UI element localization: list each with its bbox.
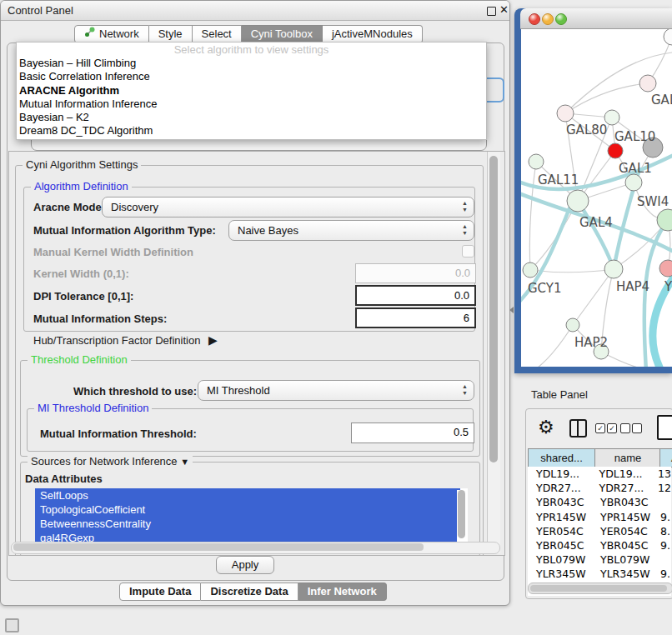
mi-threshold-field[interactable]: 0.5	[351, 422, 474, 443]
attribute-item-selected[interactable]: BetweennessCentrality	[35, 517, 460, 531]
network-node-label: Y	[664, 279, 672, 294]
mi-threshold-label: Mutual Information Threshold:	[40, 428, 197, 440]
network-window-titlebar[interactable]	[520, 8, 672, 29]
attribute-item-selected[interactable]: SelfLoops	[35, 488, 460, 502]
collapse-arrow-icon[interactable]: ▼	[180, 457, 189, 467]
network-node[interactable]	[529, 154, 544, 169]
settings-vertical-scrollbar[interactable]	[487, 152, 500, 553]
data-attributes-label: Data Attributes	[25, 472, 103, 485]
network-node[interactable]	[523, 262, 538, 278]
menu-item[interactable]: Bayesian – K2	[17, 111, 486, 124]
table-panel: ⚙ ✓ ✓ shared... name A YDL19...YDL19...1…	[525, 408, 672, 599]
tab-network-label: Network	[99, 26, 139, 42]
control-panel-window: Control Panel ✕ Network Style Select Cyn…	[0, 0, 510, 606]
column-header-name[interactable]: name	[595, 449, 660, 467]
table-horizontal-scrollbar[interactable]	[528, 582, 672, 594]
mi-steps-field[interactable]: 6	[355, 308, 476, 328]
network-node[interactable]	[604, 260, 623, 278]
manual-kernel-label: Manual Kernel Width Definition	[33, 246, 193, 258]
menu-item-aracne[interactable]: ARACNE Algorithm	[17, 84, 486, 98]
network-node-label: GAL4	[579, 215, 613, 230]
table-row[interactable]: YBR045CYBR045C9.	[528, 538, 671, 552]
split-columns-icon[interactable]	[569, 419, 587, 438]
tab-infer-network[interactable]: Infer Network	[298, 582, 387, 601]
tab-network[interactable]: Network	[74, 25, 149, 43]
group-title: Algorithm Definition	[31, 180, 132, 192]
group-title: Cyni Algorithm Settings	[23, 158, 141, 171]
control-panel-title: Control Panel	[8, 4, 73, 17]
aracne-mode-combo[interactable]: Discovery ▲▼	[102, 197, 474, 218]
tab-jactivemnodules[interactable]: jActiveMNodules	[323, 25, 423, 43]
network-node[interactable]	[557, 105, 574, 122]
network-canvas[interactable]: GALGAL80GAL10GAL1GAL11GAL4SWI4GCY1HAP4YH…	[521, 29, 672, 367]
menu-item[interactable]: Mutual Information Inference	[17, 98, 486, 111]
tab-impute-data[interactable]: Impute Data	[119, 582, 201, 601]
menu-item[interactable]: Basic Correlation Inference	[17, 70, 486, 83]
network-canvas-container[interactable]: GALGAL80GAL10GAL1GAL11GAL4SWI4GCY1HAP4YH…	[521, 29, 672, 367]
minimize-traffic-light-icon[interactable]	[542, 13, 554, 25]
network-node[interactable]	[625, 174, 642, 191]
menu-item[interactable]: Dream8 DC_TDC Algorithm	[17, 124, 486, 138]
data-attributes-list: SelfLoops TopologicalCoefficient Between…	[35, 488, 468, 545]
float-window-icon[interactable]	[487, 7, 496, 16]
table-row[interactable]: YDR27...YDR27...12	[528, 481, 671, 495]
table-panel-title: Table Panel	[531, 388, 588, 401]
manual-kernel-checkbox[interactable]	[462, 245, 474, 258]
aracne-mode-label: Aracne Mode:	[33, 201, 105, 213]
table-row[interactable]: YDL19...YDL19...13	[528, 467, 671, 481]
close-traffic-light-icon[interactable]	[529, 13, 540, 25]
scrollbar-thumb[interactable]	[13, 543, 424, 551]
table-row[interactable]: YBR043CYBR043C	[528, 495, 671, 509]
panel-collapse-arrow-icon[interactable]	[509, 307, 514, 313]
table-row[interactable]: YER054CYER054C8.	[528, 524, 671, 538]
tab-style[interactable]: Style	[149, 25, 193, 43]
network-node-label: GAL1	[619, 161, 652, 176]
tab-select[interactable]: Select	[193, 25, 242, 43]
combo-arrows-icon: ▲▼	[462, 383, 468, 397]
import-table-icon[interactable]	[657, 415, 672, 440]
network-node[interactable]	[566, 318, 579, 332]
which-threshold-combo[interactable]: MI Threshold ▲▼	[198, 380, 474, 401]
settings-horizontal-scrollbar[interactable]	[11, 542, 500, 554]
apply-button[interactable]: Apply	[216, 556, 274, 574]
network-node-label: HAP2	[574, 335, 608, 350]
unchecked-checkbox-icon[interactable]	[632, 423, 642, 433]
minimized-panel-icon[interactable]	[5, 618, 19, 632]
hub-definition-expander[interactable]: Hub/Transcription Factor Definition ▶	[33, 333, 218, 347]
zoom-traffic-light-icon[interactable]	[555, 13, 567, 25]
checked-checkbox-icon[interactable]: ✓	[607, 423, 617, 433]
menu-item[interactable]: Bayesian – Hill Climbing	[17, 57, 486, 70]
column-header-clipped[interactable]: A	[660, 449, 672, 467]
close-icon[interactable]: ✕	[499, 3, 509, 16]
network-node-label: GAL80	[566, 122, 607, 138]
dpi-tolerance-field[interactable]: 0.0	[355, 285, 476, 306]
table-row[interactable]: YBL079WYBL079W	[528, 552, 671, 567]
mi-steps-label: Mutual Information Steps:	[33, 312, 167, 325]
network-node[interactable]	[657, 209, 672, 231]
network-node[interactable]	[639, 75, 656, 92]
scrollbar-thumb[interactable]	[489, 156, 498, 462]
network-node[interactable]	[608, 143, 623, 158]
attribute-item-selected[interactable]: TopologicalCoefficient	[35, 502, 460, 517]
network-node-label: GCY1	[528, 281, 562, 296]
scrollbar-thumb[interactable]	[530, 585, 667, 592]
network-node[interactable]	[664, 29, 672, 45]
unchecked-checkbox-icon[interactable]	[620, 423, 630, 433]
network-node-label: GAL10	[614, 129, 655, 144]
list-scrollbar[interactable]	[457, 490, 466, 542]
tab-discretize-data[interactable]: Discretize Data	[201, 582, 298, 601]
bottom-tabbar: Impute Data Discretize Data Infer Networ…	[119, 582, 387, 601]
gear-icon[interactable]: ⚙	[538, 418, 554, 438]
table-header-row: shared... name A	[528, 448, 672, 468]
network-icon	[84, 26, 95, 42]
mi-algorithm-type-combo[interactable]: Naive Bayes ▲▼	[228, 220, 474, 241]
table-body: YDL19...YDL19...13 YDR27...YDR27...12 YB…	[528, 467, 671, 596]
checked-checkbox-icon[interactable]: ✓	[595, 423, 605, 433]
kernel-width-field[interactable]: 0.0	[355, 263, 476, 283]
network-node[interactable]	[567, 190, 589, 212]
table-row[interactable]: YPR145WYPR145W9.	[528, 510, 671, 524]
network-node[interactable]	[659, 260, 672, 277]
table-row[interactable]: YLR345WYLR345W9.	[528, 567, 671, 581]
column-header-shared-name[interactable]: shared...	[528, 449, 595, 467]
tab-cyni-toolbox[interactable]: Cyni Toolbox	[242, 25, 323, 43]
